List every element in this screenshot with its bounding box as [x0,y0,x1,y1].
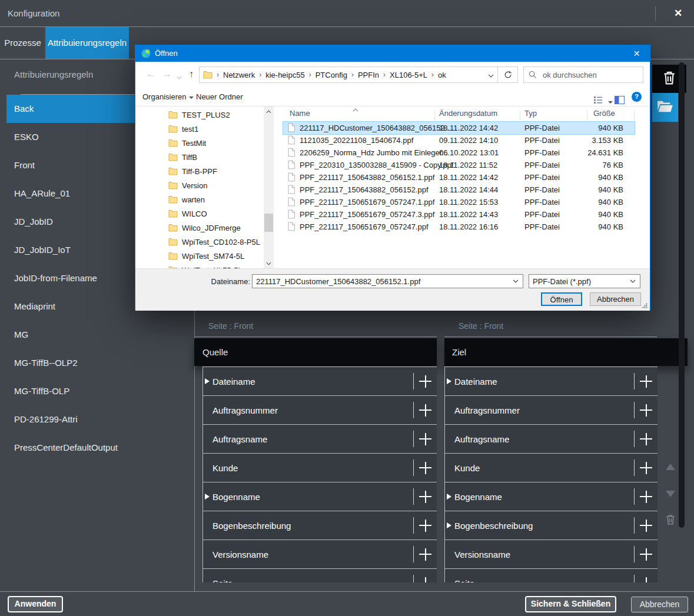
expand-arrow-icon[interactable] [447,580,453,582]
expand-arrow-icon[interactable] [205,494,211,500]
breadcrumb-segment[interactable]: XL106-5+L [390,71,427,79]
add-attribute-button[interactable] [635,548,658,561]
breadcrumb-segment[interactable]: ok [438,71,446,79]
file-row[interactable]: PPF_221117_150651679_057247.1.ppf 18.11.… [283,196,635,208]
column-separator[interactable] [634,110,635,121]
dialog-cancel-button[interactable]: Abbrechen [590,292,641,306]
expand-arrow-icon[interactable] [205,378,211,384]
filename-combobox[interactable] [252,274,523,288]
sidebar-item[interactable]: PressCenterDefaultOutput [0,434,194,462]
add-attribute-button[interactable] [414,375,437,388]
expand-arrow-icon[interactable] [447,407,453,413]
tree-folder-item[interactable]: WpiTest_SM74-5L [165,249,262,263]
open-file-button[interactable] [652,93,678,122]
file-row[interactable]: 221117_HDCustomer_150643882_056152.... 1… [283,122,635,134]
add-attribute-button[interactable] [414,520,437,532]
tab-attribuierungsregeln[interactable]: Attribuierungsregeln [45,27,129,59]
add-attribute-button[interactable] [635,520,658,532]
tab-prozesse[interactable]: Prozesse [0,27,45,59]
tree-folder-item[interactable]: warten [165,192,262,207]
tree-folder-item[interactable]: TiffB [165,150,262,164]
add-attribute-button[interactable] [635,433,658,445]
expand-arrow-icon[interactable] [447,436,453,442]
window-close-icon[interactable]: ✕ [669,5,688,22]
breadcrumb-segment[interactable]: PPFIn [358,71,379,79]
add-attribute-button[interactable] [635,375,658,388]
up-icon[interactable]: ↑ [189,69,194,79]
column-separator[interactable] [520,110,520,121]
remove-attribute-button[interactable] [665,513,676,528]
expand-arrow-icon[interactable] [205,436,211,442]
move-down-icon[interactable] [666,491,675,497]
tree-scrollbar[interactable] [264,106,274,268]
add-attribute-button[interactable] [635,404,658,417]
tree-folder-item[interactable]: WpiTest_CD102-8-P5L [165,235,262,249]
tree-folder-item[interactable]: test1 [165,122,262,136]
add-attribute-button[interactable] [635,577,658,583]
file-row[interactable]: 2206259_Norma_Hdz Jumbo mit Einleger... … [283,146,635,159]
tree-folder-item[interactable]: Version [165,178,262,192]
panel-scrollbar[interactable] [679,62,685,528]
column-separator[interactable] [587,110,587,121]
breadcrumb[interactable]: ›Netzwerk›kie-heipc55›PTConfig›PPFIn›XL1… [199,66,498,83]
breadcrumb-segment[interactable]: kie-heipc55 [265,71,305,79]
file-row[interactable]: PPF_221117_150643882_056152.1.ppf 18.11.… [283,171,635,184]
scroll-down-icon[interactable] [264,258,274,268]
expand-arrow-icon[interactable] [447,494,453,500]
expand-arrow-icon[interactable] [205,580,211,582]
breadcrumb-dropdown-icon[interactable] [488,71,494,79]
tree-folder-item[interactable]: TEST_PLUS2 [165,108,262,122]
expand-arrow-icon[interactable] [205,407,211,413]
sidebar-item[interactable]: MG-TiffB--OLP2 [0,349,194,377]
breadcrumb-segment[interactable]: PTConfig [316,71,347,79]
search-input[interactable] [542,70,632,80]
column-header-size[interactable]: Größe [593,109,615,122]
add-attribute-button[interactable] [414,548,437,561]
expand-arrow-icon[interactable] [205,465,211,471]
tree-folder-item[interactable]: Wilco_JDFmerge [165,221,262,235]
breadcrumb-segment[interactable]: Netzwerk [223,71,255,79]
file-row[interactable]: PPF_221117_150651679_057247.ppf 18.11.20… [283,221,635,233]
organize-menu[interactable]: Organisieren [142,88,194,106]
scroll-up-icon[interactable] [264,106,274,116]
add-attribute-button[interactable] [414,404,437,417]
file-row[interactable]: PPF_220310_135003288_415909 - Copy.ppf 1… [283,159,635,171]
new-folder-button[interactable]: Neuer Ordner [196,88,243,106]
column-header-name[interactable]: Name [290,109,310,122]
column-header-date[interactable]: Änderungsdatum [439,109,497,122]
search-field[interactable] [523,66,643,83]
cancel-button[interactable]: Abbrechen [631,597,688,612]
expand-arrow-icon[interactable] [447,378,453,384]
dialog-close-icon[interactable]: ✕ [623,45,650,62]
column-header-type[interactable]: Typ [524,109,537,122]
move-up-icon[interactable] [666,464,675,470]
scrollbar-thumb[interactable] [264,214,273,232]
resize-grip[interactable] [642,303,647,308]
file-row[interactable]: 1121035_20221108_1540674.ppf 09.11.2022 … [283,134,635,146]
add-attribute-button[interactable] [414,433,437,445]
expand-arrow-icon[interactable] [205,522,211,528]
save-close-button[interactable]: Sichern & Schließen [525,596,616,612]
tree-folder-item[interactable]: WpiTest_XL75-5L [165,263,262,268]
sidebar-item[interactable]: PD-261299-Attri [0,405,194,434]
file-row[interactable]: PPF_221117_150643882_056152.ppf 18.11.20… [283,184,635,196]
add-attribute-button[interactable] [414,491,437,503]
expand-arrow-icon[interactable] [447,522,453,528]
sidebar-item[interactable]: MG [0,321,194,349]
add-attribute-button[interactable] [635,462,658,474]
expand-arrow-icon[interactable] [447,551,453,557]
add-attribute-button[interactable] [635,491,658,503]
open-button[interactable]: Öffnen [541,292,582,306]
sidebar-item[interactable]: MG-TiffB-OLP [0,377,194,405]
forward-icon[interactable]: → [162,69,172,79]
tree-folder-item[interactable]: Tiff-B-PPF [165,164,262,178]
help-icon[interactable]: ? [632,92,642,102]
refresh-button[interactable] [497,66,518,83]
filename-input[interactable] [253,277,513,286]
recent-locations-icon[interactable] [177,71,182,82]
chevron-down-icon[interactable] [513,279,523,283]
tree-folder-item[interactable]: TestMit [165,136,262,150]
tree-folder-item[interactable]: WILCO [165,207,262,221]
apply-button[interactable]: Anwenden [8,596,63,612]
filetype-select[interactable]: PPF-Datei (*.ppf) [529,274,640,288]
